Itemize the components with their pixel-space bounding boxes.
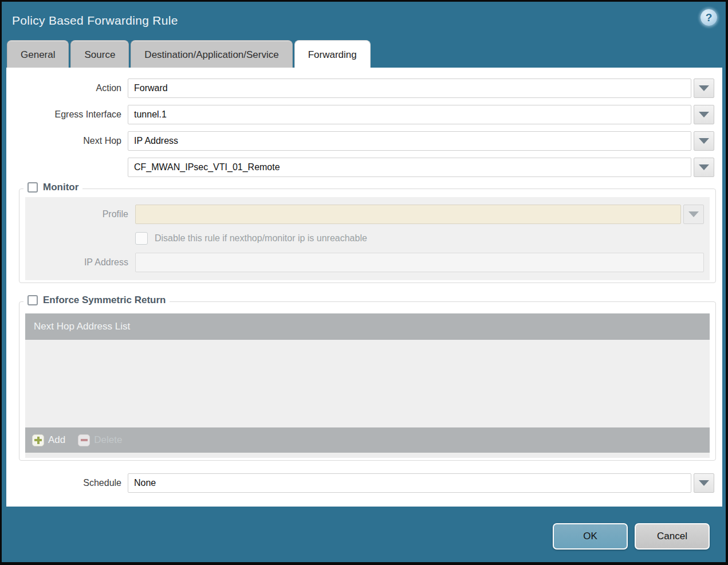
tab-bar: General Source Destination/Application/S… (2, 40, 726, 68)
monitor-profile-label: Profile (25, 209, 135, 219)
tab-destination-application-service[interactable]: Destination/Application/Service (131, 40, 292, 68)
monitor-disable-rule-row: Disable this rule if nexthop/monitor ip … (135, 232, 704, 245)
monitor-ip-address-label: IP Address (25, 257, 135, 268)
chevron-down-icon (699, 138, 709, 144)
cancel-button[interactable]: Cancel (635, 523, 710, 550)
next-hop-type-dropdown-button[interactable] (694, 131, 714, 151)
next-hop-address-list-toolbar: Add Delete (25, 427, 710, 453)
chevron-down-icon (699, 480, 709, 486)
tab-forwarding[interactable]: Forwarding (294, 40, 371, 68)
egress-interface-label: Egress Interface (6, 109, 128, 120)
monitor-ip-address-input (135, 253, 704, 272)
schedule-label: Schedule (6, 478, 128, 488)
dialog-titlebar: Policy Based Forwarding Rule ? (2, 2, 726, 40)
egress-interface-row: Egress Interface tunnel.1 (6, 105, 714, 124)
next-hop-address-select[interactable]: CF_MWAN_IPsec_VTI_01_Remote (128, 158, 691, 177)
next-hop-address-list-body (25, 340, 710, 427)
monitor-panel: Profile Disable this rule if nexthop/mon… (25, 197, 710, 280)
help-icon[interactable]: ? (701, 9, 717, 26)
minus-icon (78, 434, 90, 446)
monitor-profile-select (135, 205, 681, 224)
enforce-symmetric-return-checkbox[interactable] (27, 295, 38, 305)
ok-button[interactable]: OK (553, 523, 628, 550)
action-select[interactable]: Forward (128, 79, 691, 98)
schedule-select[interactable]: None (128, 473, 691, 493)
chevron-down-icon (688, 211, 699, 217)
table-bottom-strip (25, 453, 710, 458)
action-row: Action Forward (6, 79, 714, 98)
monitor-ip-address-row: IP Address (25, 253, 704, 272)
schedule-dropdown-button[interactable] (694, 473, 714, 493)
delete-button: Delete (78, 434, 122, 446)
add-button-label: Add (48, 434, 65, 446)
policy-based-forwarding-dialog: Policy Based Forwarding Rule ? General S… (2, 2, 726, 562)
chevron-down-icon (699, 112, 709, 117)
disable-rule-label: Disable this rule if nexthop/monitor ip … (155, 233, 367, 244)
next-hop-address-dropdown-button[interactable] (694, 158, 714, 177)
next-hop-row: Next Hop IP Address (6, 131, 714, 151)
dialog-title: Policy Based Forwarding Rule (12, 14, 178, 28)
monitor-section-label: Monitor (43, 182, 78, 193)
next-hop-label: Next Hop (6, 136, 128, 146)
egress-interface-select[interactable]: tunnel.1 (128, 105, 691, 124)
monitor-checkbox[interactable] (27, 182, 38, 193)
next-hop-address-row: CF_MWAN_IPsec_VTI_01_Remote (6, 158, 714, 177)
schedule-row: Schedule None (6, 473, 714, 493)
enforce-symmetric-return-label: Enforce Symmetric Return (43, 295, 166, 306)
monitor-profile-dropdown-button (683, 205, 704, 224)
delete-button-label: Delete (94, 434, 122, 446)
forwarding-tab-panel: Action Forward Egress Interface tunnel.1… (6, 68, 722, 507)
chevron-down-icon (699, 85, 709, 91)
next-hop-type-select[interactable]: IP Address (128, 131, 691, 151)
action-label: Action (6, 83, 128, 93)
enforce-symmetric-return-section: Enforce Symmetric Return Next Hop Addres… (19, 301, 716, 461)
plus-icon (32, 434, 44, 446)
tab-source[interactable]: Source (70, 40, 129, 68)
disable-rule-checkbox (135, 232, 148, 245)
chevron-down-icon (699, 164, 709, 170)
monitor-section: Monitor Profile Disable this rule if nex… (19, 189, 716, 283)
next-hop-address-list-header: Next Hop Address List (25, 313, 710, 340)
monitor-profile-row: Profile (25, 205, 704, 224)
action-dropdown-button[interactable] (694, 79, 714, 98)
egress-interface-dropdown-button[interactable] (694, 105, 714, 124)
add-button[interactable]: Add (32, 434, 65, 446)
tab-general[interactable]: General (7, 40, 69, 68)
